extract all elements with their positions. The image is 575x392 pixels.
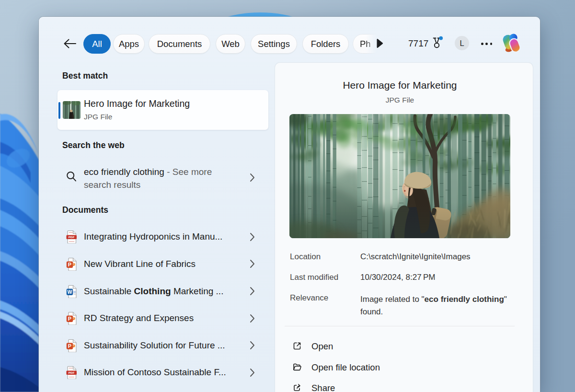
- svg-text:P: P: [68, 262, 71, 267]
- svg-text:PDF: PDF: [69, 371, 75, 374]
- svg-text:P: P: [68, 343, 71, 349]
- svg-text:P: P: [68, 316, 71, 322]
- svg-text:W: W: [68, 289, 72, 295]
- svg-text:PDF: PDF: [69, 235, 75, 239]
